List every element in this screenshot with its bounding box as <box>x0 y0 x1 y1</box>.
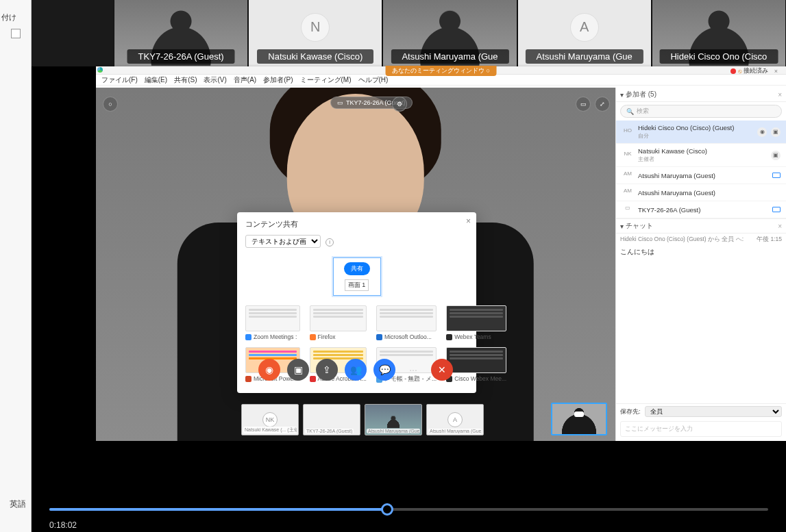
participants-title: 参加者 (5) <box>626 90 656 99</box>
chat-button[interactable]: 💬 <box>373 359 395 381</box>
mini-thumb-4[interactable]: A Atsushi Maruyama (Guest) <box>426 404 484 435</box>
mini-avatar: NK <box>262 412 278 427</box>
participants-search[interactable]: 🔍 検索 <box>620 105 782 118</box>
avatar-initials: NK <box>622 151 634 160</box>
gallery-tile-5[interactable]: Hideki Cisco Ono (Cisco <box>652 0 785 66</box>
mini-tag: Natsuki Kawase (... (主催者) 内部 <box>243 427 297 433</box>
participants-button[interactable]: 👥 <box>345 359 367 381</box>
chat-message: こんにちは <box>616 246 786 258</box>
chat-title: チャット <box>626 221 653 231</box>
more-button[interactable]: ··· <box>402 359 424 381</box>
person-silhouette <box>552 404 606 434</box>
app-thumb-webexteams[interactable]: Webex Teams <box>446 305 506 340</box>
meeting-controls: ◉ ▣ ⇪ 👥 💬 ··· ✕ <box>254 355 457 385</box>
outer-bottom-text: 英語 <box>10 498 26 510</box>
participants-header[interactable]: ▾参加者 (5) × <box>616 88 786 102</box>
video-button[interactable]: ▣ <box>287 359 309 381</box>
share-button[interactable]: 共有 <box>344 262 370 275</box>
close-icon[interactable]: × <box>778 91 782 99</box>
screen-1-thumb[interactable]: 共有 画面 1 <box>333 257 381 296</box>
video-icon[interactable]: ▣ <box>771 151 781 160</box>
avatar-initials: AM <box>622 170 634 180</box>
gallery-tile-3[interactable]: Atsushi Maruyama (Gue <box>383 0 516 66</box>
share-button[interactable]: ⇪ <box>316 359 338 381</box>
close-icon[interactable]: × <box>778 223 782 230</box>
video-player: 0:18:02 <box>32 441 786 532</box>
search-placeholder: 検索 <box>637 107 649 116</box>
row-name: Atsushi Maruyama (Guest) <box>638 172 768 179</box>
menu-edit[interactable]: 編集(E) <box>145 75 167 85</box>
meeting-window-banner: あなたのミーティングウィンドウ ○ <box>385 66 497 76</box>
video-icon[interactable]: ▣ <box>771 127 781 137</box>
mute-button[interactable]: ◉ <box>258 359 280 381</box>
seek-progress <box>49 508 387 511</box>
seek-knob[interactable] <box>381 503 393 516</box>
mini-thumb-1[interactable]: NK Natsuki Kawase (... (主催者) 内部 <box>241 404 299 435</box>
close-icon[interactable]: × <box>466 216 471 226</box>
menu-meeting[interactable]: ミーティング(M) <box>300 75 352 85</box>
mini-tag: Atsushi Maruyama (Guest) <box>428 429 482 433</box>
app-thumb-outlook[interactable]: Microsoft Outloo... <box>376 305 437 340</box>
device-icon: ▭ <box>622 205 634 214</box>
chat-target-row: 保存先: 全員 <box>616 404 786 419</box>
stage-layout-pill[interactable]: ▭ <box>576 97 591 112</box>
row-name: TKY7-26-26A (Guest) <box>638 206 768 214</box>
chat-target-select[interactable]: 全員 <box>645 406 782 417</box>
app-thumb-zoom[interactable]: Zoom Meetings : <box>245 305 300 340</box>
mini-thumb-3[interactable]: Atsushi Maruyama (Guest) <box>365 404 422 435</box>
stage-record-pill[interactable]: ○ <box>103 97 118 112</box>
chat-meta: Hideki Cisco Ono (Cisco) (Guest) から 全員 へ… <box>616 233 786 246</box>
gallery-tile-1[interactable]: TKY7-26-26A (Guest) <box>114 0 247 66</box>
participants-list: HO Hideki Cisco Ono (Cisco) (Guest)自分 ◉ … <box>616 121 786 218</box>
mic-icon[interactable]: ◉ <box>757 127 767 137</box>
self-view[interactable] <box>551 403 607 435</box>
row-name: Hideki Cisco Ono (Cisco) (Guest) <box>638 124 753 131</box>
optimize-dropdown[interactable]: テキストおよび画像で最適化 <box>245 235 321 248</box>
participant-row[interactable]: AM Atsushi Maruyama (Guest) <box>616 167 786 184</box>
seek-bar[interactable] <box>49 508 768 511</box>
menu-view[interactable]: 表示(V) <box>204 75 226 85</box>
stage-settings-pill[interactable]: ⚙ <box>392 97 407 112</box>
leave-button[interactable]: ✕ <box>431 359 453 381</box>
stage-fullscreen-pill[interactable]: ⤢ <box>595 97 610 112</box>
gallery-tile-4[interactable]: A Atsushi Maruyama (Gue <box>518 0 651 66</box>
dialog-title: コンテンツ共有 <box>245 219 468 229</box>
menu-help[interactable]: ヘルプ(H) <box>358 75 389 85</box>
chat-header[interactable]: ▾チャット × <box>616 219 786 233</box>
participant-row[interactable]: AM Atsushi Maruyama (Guest) <box>616 184 786 201</box>
chat-input[interactable]: ここにメッセージを入力 <box>620 421 782 437</box>
app-thumb-firefox[interactable]: Firefox <box>310 305 367 340</box>
menu-audio[interactable]: 音声(A) <box>234 75 256 85</box>
menu-file[interactable]: ファイル(F) <box>101 75 138 85</box>
menu-share[interactable]: 共有(S) <box>174 75 197 85</box>
chat-panel: ▾チャット × Hideki Cisco Ono (Cisco) (Guest)… <box>616 218 786 441</box>
screen-caption: 画面 1 <box>345 279 369 291</box>
outer-top-text: 付け <box>1 12 16 23</box>
gallery-label: Natsuki Kawase (Cisco) <box>257 49 373 64</box>
recording-dot-icon <box>730 68 736 74</box>
status-text: 接続済み <box>744 66 768 75</box>
mask-shape <box>574 411 584 417</box>
gallery-pad <box>32 0 114 66</box>
mini-thumb-2[interactable]: TKY7-26-26A (Guest) <box>303 404 360 435</box>
participant-row-host[interactable]: NK Natsuki Kawase (Cisco)主催者 ▣ <box>616 144 786 167</box>
close-icon[interactable]: × <box>774 68 778 75</box>
connection-status: ⎋ 接続済み × <box>730 66 778 75</box>
app-icon <box>97 67 103 73</box>
participant-gallery: TKY7-26-26A (Guest) N Natsuki Kawase (Ci… <box>32 0 786 66</box>
mini-tag: TKY7-26-26A (Guest) <box>305 429 354 433</box>
camera-icon <box>772 173 781 178</box>
participant-row[interactable]: ▭ TKY7-26-26A (Guest) <box>616 201 786 218</box>
chat-from: Hideki Cisco Ono (Cisco) (Guest) から 全員 へ… <box>620 236 744 244</box>
info-icon[interactable]: i <box>326 238 334 246</box>
chat-time: 午後 1:15 <box>757 236 782 244</box>
avatar-letter: N <box>301 13 330 42</box>
meeting-app-window: あなたのミーティングウィンドウ ○ ⎋ 接続済み × ファイル(F) 編集(E)… <box>96 66 786 441</box>
gallery-tile-2[interactable]: N Natsuki Kawase (Cisco) <box>249 0 382 66</box>
row-sub: 自分 <box>638 132 753 140</box>
participant-row-self[interactable]: HO Hideki Cisco Ono (Cisco) (Guest)自分 ◉ … <box>616 121 786 144</box>
chat-save-label: 保存先: <box>620 407 641 416</box>
gallery-label: Atsushi Maruyama (Gue <box>526 49 643 64</box>
menu-participants[interactable]: 参加者(P) <box>263 75 293 85</box>
elapsed-time: 0:18:02 <box>49 520 77 530</box>
